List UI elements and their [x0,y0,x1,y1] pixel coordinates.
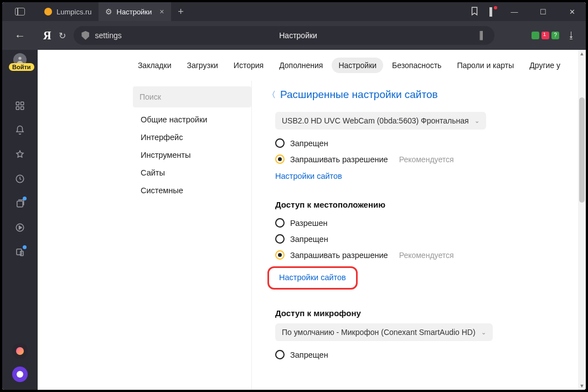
nav-settings[interactable]: Настройки [332,58,383,73]
nav-back-button[interactable]: ← [14,29,25,42]
alice-icon[interactable] [12,367,28,382]
devices-icon[interactable] [15,247,25,259]
chevron-down-icon: ⌄ [474,117,479,125]
location-radio-ask[interactable]: Запрашивать разрешение Рекомендуется [267,247,576,263]
left-rail: Войти [2,50,38,390]
svg-rect-3 [16,107,19,110]
radio-icon [275,218,285,228]
address-bar: ← Я ↻ settings Настройки ▕▍ 1 ? ⭳ [2,21,586,50]
gear-icon: ⚙ [105,7,112,16]
group-location: Доступ к местоположению Разрешен Запреще… [267,189,576,297]
shield-icon [81,31,89,40]
camera-radio-deny[interactable]: Запрещен [267,135,576,151]
camera-device-label: USB2.0 HD UVC WebCam (0bda:5603) Фронтал… [282,116,469,125]
yandex-logo-icon[interactable]: Я [43,29,51,42]
bookmark-flag-icon[interactable]: ▕▍ [474,31,487,40]
omnibox-title: Настройки [127,31,470,40]
omnibox[interactable]: settings Настройки ▕▍ [74,26,494,45]
nav-other[interactable]: Другие у [523,58,567,73]
settings-topnav: Закладки Загрузки История Дополнения Нас… [38,50,586,81]
location-site-settings-link[interactable]: Настройки сайтов [271,273,346,282]
window-minimize-button[interactable]: — [505,8,524,16]
chevron-left-icon: 〈 [267,90,276,100]
camera-site-settings-link[interactable]: Настройки сайтов [267,167,342,180]
history-icon[interactable] [15,174,25,186]
search-input[interactable]: Поиск [133,86,251,107]
nav-bookmarks[interactable]: Закладки [131,58,178,73]
location-radio-deny[interactable]: Запрещен [267,231,576,247]
radio-checked-icon [275,250,285,260]
microphone-title: Доступ к микрофону [267,297,576,323]
tab-lumpics[interactable]: Lumpics.ru [38,2,99,21]
sidebar-toggle-icon[interactable] [15,8,25,16]
location-radio-allow[interactable]: Разрешен [267,215,576,231]
chevron-down-icon: ⌄ [481,329,486,336]
breadcrumb-back[interactable]: 〈 Расширенные настройки сайтов [267,81,576,112]
svg-point-0 [18,57,21,60]
nav-addons[interactable]: Дополнения [272,58,329,73]
radio-label: Запрашивать разрешение [290,251,388,260]
radio-icon [275,138,285,148]
radio-label: Запрещен [290,350,328,359]
camera-radio-ask[interactable]: Запрашивать разрешение Рекомендуется [267,151,576,167]
nav-history[interactable]: История [227,58,270,73]
tab-settings[interactable]: ⚙ Настройки × [99,2,171,21]
window-close-button[interactable]: ✕ [563,8,581,16]
camera-device-select[interactable]: USB2.0 HD UVC WebCam (0bda:5603) Фронтал… [275,112,486,130]
microphone-device-label: По умолчанию - Микрофон (Conexant SmartA… [282,328,476,337]
group-microphone: Доступ к микрофону По умолчанию - Микроф… [267,297,576,370]
scrollbar[interactable]: ▲ ▼ [578,50,586,390]
new-tab-button[interactable]: + [171,2,191,21]
radio-label: Запрещен [290,139,328,148]
svg-rect-2 [21,102,24,105]
play-icon[interactable] [15,223,25,235]
bookmarks-icon[interactable] [470,6,479,18]
settings-sidebar: Поиск Общие настройки Интерфейс Инструме… [133,81,251,390]
alice-dark-icon[interactable] [12,343,28,359]
sidebar-item-interface[interactable]: Интерфейс [141,133,251,142]
radio-checked-icon [275,154,285,164]
tab-label: Lumpics.ru [56,8,92,16]
apps-icon[interactable] [15,101,25,113]
notifications-icon[interactable]: ▌ [489,7,495,16]
tab-label: Настройки [117,8,152,16]
sidebar-item-tools[interactable]: Инструменты [141,151,251,159]
hint-text: Рекомендуется [399,251,454,260]
sidebar-item-sites[interactable]: Сайты [141,168,251,177]
nav-security[interactable]: Безопасность [385,58,448,73]
radio-icon [275,234,285,244]
window-maximize-button[interactable]: ☐ [534,8,553,16]
sidebar-item-general[interactable]: Общие настройки [141,115,251,124]
svg-rect-4 [21,107,24,110]
sidebar-item-system[interactable]: Системные [141,186,251,195]
reload-button[interactable]: ↻ [59,30,66,41]
microphone-radio-deny[interactable]: Запрещен [267,347,576,363]
bell-icon[interactable] [15,125,25,137]
favicon-lumpics-icon [44,8,52,16]
collections-icon[interactable] [15,198,25,210]
content-area: ▲ ▼ Закладки Загрузки История Дополнения… [38,50,586,390]
scrollbar-thumb[interactable] [579,97,585,203]
microphone-device-select[interactable]: По умолчанию - Микрофон (Conexant SmartA… [275,323,493,341]
hint-text: Рекомендуется [399,155,454,164]
settings-main: 〈 Расширенные настройки сайтов USB2.0 HD… [251,81,576,390]
svg-rect-8 [17,249,22,255]
star-icon[interactable] [15,149,25,162]
svg-rect-1 [16,102,19,105]
extensions-icon[interactable]: 1 ? [532,32,559,39]
radio-label: Запрещен [290,235,328,244]
group-camera: USB2.0 HD UVC WebCam (0bda:5603) Фронтал… [267,112,576,189]
nav-passwords[interactable]: Пароли и карты [450,58,520,73]
radio-label: Разрешен [290,219,328,228]
callout-highlight: Настройки сайтов [267,266,358,290]
close-tab-icon[interactable]: × [159,7,164,16]
search-placeholder: Поиск [140,92,161,101]
breadcrumb-label: Расширенные настройки сайтов [280,89,438,101]
radio-icon [275,350,285,359]
titlebar: Lumpics.ru ⚙ Настройки × + ▌ — ☐ ✕ [2,2,586,21]
nav-downloads[interactable]: Загрузки [180,58,224,73]
downloads-icon[interactable]: ⭳ [567,30,576,40]
svg-rect-6 [17,201,23,207]
login-pill[interactable]: Войти [9,63,34,71]
location-title: Доступ к местоположению [267,189,576,215]
